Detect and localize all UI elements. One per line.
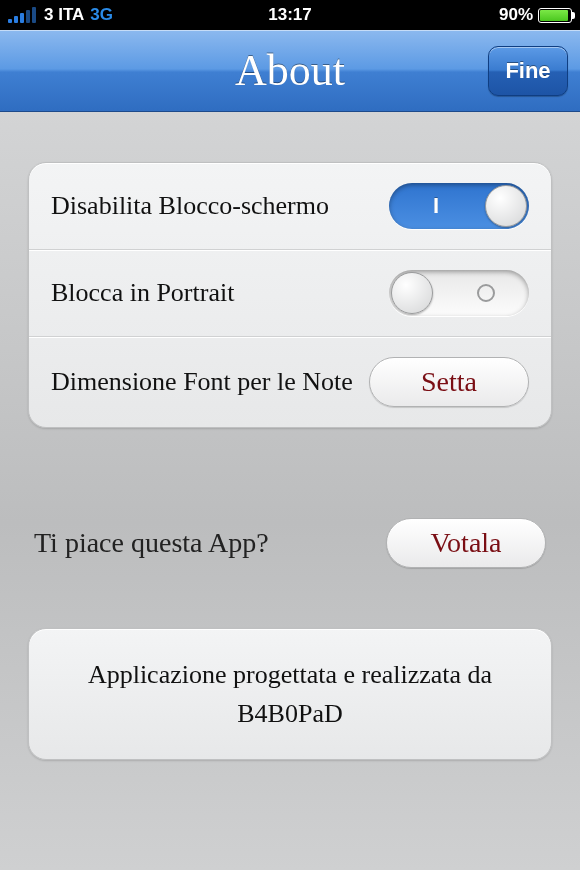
font-size-row: Dimensione Font per le Note Setta — [29, 336, 551, 427]
disable-screen-lock-label: Disabilita Blocco-schermo — [51, 191, 329, 221]
carrier-label: 3 ITA — [44, 5, 84, 25]
disable-screen-lock-toggle[interactable]: I — [389, 183, 529, 229]
font-size-label: Dimensione Font per le Note — [51, 367, 353, 397]
rate-app-button[interactable]: Votala — [386, 518, 546, 568]
settings-group: Disabilita Blocco-schermo I Blocca in Po… — [28, 162, 552, 428]
lock-portrait-row: Blocca in Portrait — [29, 249, 551, 336]
clock: 13:17 — [268, 5, 311, 25]
credits-line-2: B4B0PaD — [49, 694, 531, 733]
rate-app-row: Ti piace questa App? Votala — [28, 518, 552, 568]
switch-off-indicator — [477, 284, 495, 302]
lock-portrait-label: Blocca in Portrait — [51, 278, 234, 308]
switch-on-indicator: I — [433, 193, 439, 219]
network-type-label: 3G — [90, 5, 113, 25]
disable-screen-lock-row: Disabilita Blocco-schermo I — [29, 163, 551, 249]
navigation-bar: About Fine — [0, 30, 580, 112]
page-title: About — [235, 45, 345, 96]
battery-percentage: 90% — [499, 5, 533, 25]
set-font-size-button[interactable]: Setta — [369, 357, 529, 407]
credits-line-1: Applicazione progettata e realizzata da — [49, 655, 531, 694]
switch-knob — [391, 272, 433, 314]
rate-app-prompt: Ti piace questa App? — [34, 527, 269, 559]
done-button[interactable]: Fine — [488, 46, 568, 96]
status-bar: 3 ITA 3G 13:17 90% — [0, 0, 580, 30]
lock-portrait-toggle[interactable] — [389, 270, 529, 316]
credits-card: Applicazione progettata e realizzata da … — [28, 628, 552, 760]
switch-knob — [485, 185, 527, 227]
battery-icon — [538, 8, 572, 23]
signal-strength-icon — [8, 8, 36, 23]
